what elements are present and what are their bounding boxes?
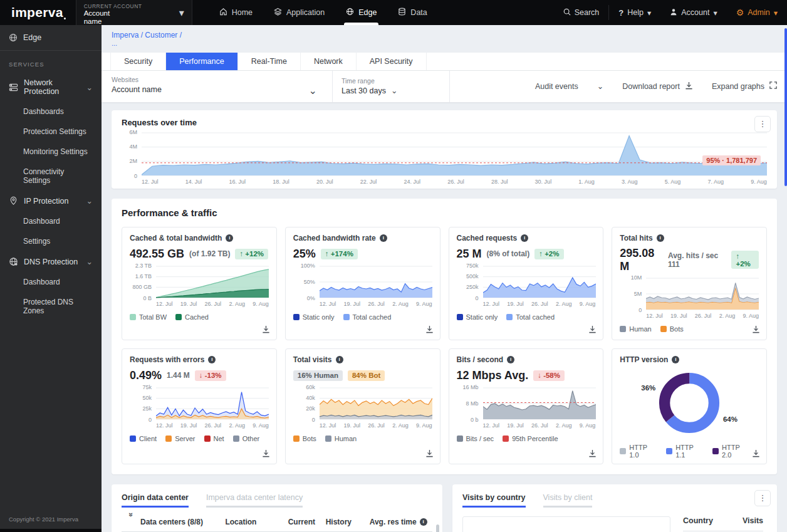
tab-visits-by-client[interactable]: Visits by client	[543, 493, 593, 508]
chart-legend[interactable]: HumanBots	[620, 323, 759, 335]
search-button[interactable]: Search	[554, 0, 609, 25]
expand-graphs-button[interactable]: Expand graphs	[712, 81, 777, 91]
current-account-selector[interactable]: CURRENT ACCOUNT Account name ▾	[76, 0, 192, 25]
sidebar-group-network-protection[interactable]: Network Protection ⌄	[0, 73, 102, 102]
gear-icon: ⚙	[736, 8, 744, 17]
page-scrollbar[interactable]	[784, 28, 787, 186]
help-menu[interactable]: ? Help ▾	[609, 0, 660, 25]
tab-visits-by-country[interactable]: Visits by country	[462, 493, 526, 508]
view-tabs: Security Performance Real-Time Network A…	[102, 53, 787, 71]
top-navbar: imperva CURRENT ACCOUNT Account name ▾ H…	[0, 0, 787, 25]
tab-api-security[interactable]: API Security	[357, 53, 427, 70]
tab-real-time[interactable]: Real-Time	[238, 53, 301, 70]
nav-item-application[interactable]: Application	[263, 0, 335, 25]
download-icon[interactable]	[425, 325, 434, 333]
total-hits-card: Total hitsi 295.08 M Avg. hits / sec 111…	[612, 227, 767, 340]
globe-shield-icon	[9, 257, 18, 266]
sidebar-item-dashboards[interactable]: Dashboards	[0, 102, 102, 122]
chart-legend[interactable]: BotsHuman	[293, 433, 432, 444]
account-menu[interactable]: Account ▾	[660, 0, 726, 25]
bot-share-chip: 84% Bot	[348, 370, 385, 381]
tab-origin-data-center[interactable]: Origin data center	[122, 493, 189, 508]
server-icon	[9, 83, 18, 92]
current-account-label: CURRENT ACCOUNT	[84, 3, 142, 9]
nav-item-edge[interactable]: Edge	[335, 0, 387, 25]
errors-chart: 75k50k25k012. Jul19. Jul26. Jul2. Aug9. …	[130, 387, 269, 429]
primary-nav: Home Application Edge Data	[209, 0, 438, 25]
chart-legend[interactable]: Static onlyTotal cached	[457, 311, 596, 323]
websites-select[interactable]: Websites Account name ⌄	[112, 76, 332, 96]
logo-text: imperva	[11, 5, 63, 20]
sidebar-item-protected-dns-zones[interactable]: Protected DNS Zones	[0, 292, 102, 321]
tab-security[interactable]: Security	[110, 53, 166, 70]
info-icon[interactable]: i	[672, 356, 679, 363]
audit-events-dropdown[interactable]: Audit events ⌄	[535, 81, 603, 91]
nav-item-home[interactable]: Home	[209, 0, 263, 25]
cache-rate-chart: 100%50%0%12. Jul19. Jul26. Jul2. Aug9. A…	[293, 266, 432, 307]
breadcrumb[interactable]: Imperva / Customer / ...	[102, 25, 787, 50]
requests-over-time-card: Requests over time ⋮ 95% · 1,781,797 6M4…	[112, 110, 777, 189]
sidebar-item-protection-settings[interactable]: Protection Settings	[0, 122, 102, 142]
home-icon	[219, 8, 227, 18]
logo-dot	[64, 18, 66, 19]
chevron-down-icon: ▾	[774, 8, 778, 18]
info-icon[interactable]: i	[208, 356, 216, 363]
sidebar-group-dns-protection[interactable]: DNS Protection ⌄	[0, 251, 102, 272]
expand-all-icon[interactable]: »	[127, 513, 135, 531]
help-icon: ?	[618, 8, 623, 18]
download-report-button[interactable]: Download report	[622, 81, 693, 91]
download-icon[interactable]	[752, 449, 760, 457]
divider	[332, 71, 333, 102]
time-range-select[interactable]: Time range Last 30 days ⌄	[341, 77, 449, 95]
download-icon[interactable]	[262, 325, 270, 333]
admin-menu[interactable]: ⚙ Admin ▾	[727, 0, 787, 25]
chart-legend[interactable]: Static onlyTotal cached	[293, 311, 432, 323]
download-icon	[685, 81, 693, 91]
table-scrollbar[interactable]	[436, 524, 439, 532]
nav-item-data[interactable]: Data	[387, 0, 437, 25]
sidebar-item-dns-dashboard[interactable]: Dashboard	[0, 272, 102, 292]
sidebar-item-ip-settings[interactable]: Settings	[0, 231, 102, 251]
trend-badge: ↑ +174%	[321, 249, 358, 259]
tab-imperva-dc-latency[interactable]: Imperva data center latency	[206, 493, 303, 508]
chart-legend[interactable]: Total BWCached	[130, 311, 269, 323]
tab-network[interactable]: Network	[301, 53, 357, 70]
download-icon[interactable]	[262, 449, 270, 457]
trend-badge: ↑ +2%	[731, 251, 759, 269]
world-map[interactable]	[462, 516, 670, 532]
chevron-down-icon: ▾	[647, 8, 651, 18]
copyright: Copyright © 2021 Imperva	[9, 516, 78, 523]
kebab-menu-button[interactable]: ⋮	[754, 116, 771, 132]
info-icon[interactable]: i	[226, 234, 233, 242]
info-icon[interactable]: i	[657, 234, 664, 242]
kebab-menu-button[interactable]: ⋮	[754, 490, 771, 506]
chart-legend[interactable]: Bits / sec95th Percentile	[457, 433, 596, 444]
main-content: Imperva / Customer / ... Security Perfor…	[102, 25, 787, 532]
chart-legend[interactable]: HTTP 1.0HTTP 1.1HTTP 2.0	[620, 444, 759, 459]
download-icon[interactable]	[588, 449, 597, 457]
cached-bandwidth-rate-card: Cached bandwidth ratei 25% ↑ +174% 100%5…	[285, 227, 440, 340]
download-icon[interactable]	[425, 449, 434, 457]
sidebar-item-edge[interactable]: Edge	[0, 25, 102, 51]
download-icon[interactable]	[588, 325, 597, 333]
info-icon[interactable]: i	[336, 356, 343, 363]
info-icon[interactable]: i	[521, 234, 528, 242]
chevron-down-icon: ⌄	[86, 196, 93, 206]
metric-value: 12 Mbps Avg.	[457, 369, 529, 382]
total-visits-card: Total visitsi 16% Human 84% Bot 60k40k20…	[285, 348, 440, 464]
sidebar-item-connectivity-settings[interactable]: Connectivity Settings	[0, 162, 102, 190]
chevron-down-icon: ▾	[713, 8, 717, 18]
section-heading: Performance & traffic	[122, 207, 767, 218]
sidebar-item-monitoring-settings[interactable]: Monitoring Settings	[0, 142, 102, 162]
tab-performance[interactable]: Performance	[166, 53, 238, 70]
download-icon[interactable]	[752, 325, 760, 333]
search-icon	[563, 8, 571, 18]
info-icon[interactable]: i	[507, 356, 514, 363]
sidebar-item-ip-dashboard[interactable]: Dashboard	[0, 211, 102, 231]
chart-legend[interactable]: ClientServerNetOther	[130, 433, 269, 444]
info-icon[interactable]: i	[380, 234, 387, 242]
imperva-logo: imperva	[0, 0, 76, 25]
info-icon[interactable]: i	[420, 518, 427, 526]
chart-title: Requests over time	[122, 118, 767, 127]
sidebar-group-ip-protection[interactable]: IP Protection ⌄	[0, 190, 102, 211]
